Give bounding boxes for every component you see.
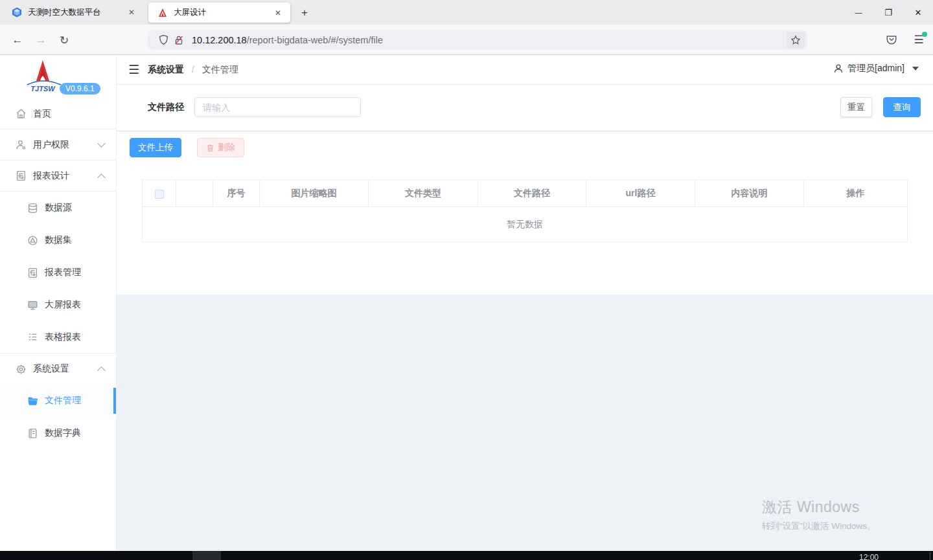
empty-placeholder: 暂无数据	[143, 207, 908, 242]
gear-icon	[16, 364, 27, 375]
chevron-up-icon	[97, 174, 106, 182]
cube-favicon-icon	[12, 7, 22, 17]
user-name: 管理员[admin]	[847, 63, 904, 74]
show-desktop-divider[interactable]	[930, 552, 930, 560]
svg-text:TJTSW: TJTSW	[30, 85, 56, 93]
window-controls: — ❐ ✕	[844, 0, 933, 25]
breadcrumb-file-manage: 文件管理	[202, 64, 238, 74]
back-button[interactable]: ←	[8, 30, 27, 50]
trash-icon	[206, 144, 214, 152]
select-all-checkbox[interactable]	[155, 190, 164, 199]
filter-panel: 文件路径 重置 查询	[117, 85, 933, 131]
app-logo: TJTSW V0.9.6.1	[0, 55, 116, 98]
column-header-operation: 操作	[804, 180, 908, 207]
tracking-shield-icon[interactable]	[156, 32, 171, 48]
select-all-cell	[143, 180, 176, 207]
sidebar-collapse-icon[interactable]: ☰	[128, 63, 139, 76]
insecure-lock-icon[interactable]	[171, 32, 187, 48]
home-icon	[16, 108, 27, 119]
expand-column-header	[176, 180, 213, 207]
column-header-thumbnail: 图片缩略图	[260, 180, 369, 207]
sidebar-item-table-report[interactable]: 表格报表	[0, 321, 116, 353]
delete-button-label: 删除	[218, 142, 235, 153]
forward-button: →	[31, 30, 51, 50]
user-icon	[833, 63, 844, 74]
toolbar-right-icons: ☰	[882, 30, 928, 49]
report-manage-icon	[27, 267, 38, 278]
triangle-favicon-icon	[157, 8, 168, 18]
windows-taskbar[interactable]: 12:00	[0, 551, 933, 560]
app-menu-icon[interactable]: ☰	[910, 30, 928, 49]
file-table: 序号 图片缩略图 文件类型 文件路径 url路径 内容说明 操作 暂无数据	[142, 179, 907, 242]
table-list-icon	[27, 331, 38, 342]
dataset-icon	[27, 235, 38, 246]
database-icon	[27, 203, 38, 214]
tab-screen-design[interactable]: 大屏设计 ✕	[148, 3, 290, 23]
report-design-icon	[16, 170, 27, 181]
user-permission-icon	[16, 139, 27, 150]
sidebar-item-report-design[interactable]: 报表设计	[0, 161, 116, 192]
reload-button[interactable]: ↻	[54, 30, 74, 50]
browser-toolbar: ← → ↻ 10.12.200.18/report-bigdata-web/#/…	[0, 25, 933, 55]
user-menu[interactable]: 管理员[admin]	[833, 63, 919, 74]
chevron-down-icon	[97, 139, 106, 148]
sidebar-item-system-setting[interactable]: 系统设置	[0, 353, 116, 385]
sidebar-item-report-manage[interactable]: 报表管理	[0, 256, 116, 289]
file-path-input[interactable]	[194, 97, 361, 117]
bookmark-star-icon[interactable]	[787, 32, 805, 49]
watermark-subtitle: 转到“设置”以激活 Windows。	[762, 521, 876, 532]
sidebar-item-file-manage[interactable]: 文件管理	[0, 385, 116, 417]
window-minimize-button[interactable]: —	[844, 0, 873, 25]
upload-button[interactable]: 文件上传	[130, 138, 181, 157]
column-header-description: 内容说明	[695, 180, 804, 207]
url-bar[interactable]: 10.12.200.18/report-bigdata-web/#/system…	[148, 30, 807, 50]
taskbar-app-button[interactable]	[192, 551, 221, 560]
logo-icon: TJTSW	[23, 59, 65, 95]
big-screen-icon	[27, 300, 38, 311]
reset-button[interactable]: 重置	[840, 97, 872, 117]
browser-tab-strip: 天测时空大数据平台 ✕ 大屏设计 ✕ + — ❐ ✕	[0, 0, 933, 25]
caret-down-icon	[912, 67, 919, 71]
url-path: /report-bigdata-web/#/system/file	[247, 35, 383, 45]
file-path-label: 文件路径	[148, 102, 184, 113]
tab-title: 天测时空大数据平台	[28, 7, 119, 18]
sidebar-item-data-set[interactable]: 数据集	[0, 224, 116, 256]
window-close-button[interactable]: ✕	[903, 0, 933, 25]
watermark-title: 激活 Windows	[762, 497, 876, 517]
table-header-row: 序号 图片缩略图 文件类型 文件路径 url路径 内容说明 操作	[143, 180, 908, 207]
tab-title: 大屏设计	[174, 7, 265, 18]
new-tab-button[interactable]: +	[297, 5, 312, 21]
column-header-file-path: 文件路径	[478, 180, 586, 207]
screen: 天测时空大数据平台 ✕ 大屏设计 ✕ + — ❐ ✕ ← → ↻	[0, 0, 933, 560]
windows-activation-watermark: 激活 Windows 转到“设置”以激活 Windows。	[762, 497, 876, 532]
version-badge: V0.9.6.1	[60, 83, 100, 95]
chevron-up-icon	[97, 366, 106, 375]
main-content: ☰ 系统设置 / 文件管理 管理员[admin] 文件路径 重置 查询 文件上传	[117, 55, 933, 551]
folder-icon	[27, 396, 38, 407]
tab-close-icon[interactable]: ✕	[124, 5, 139, 19]
delete-button: 删除	[197, 138, 244, 157]
empty-row: 暂无数据	[143, 207, 908, 242]
search-button[interactable]: 查询	[883, 97, 921, 117]
sidebar-item-screen-report[interactable]: 大屏报表	[0, 289, 116, 321]
update-dot-badge	[922, 32, 927, 37]
breadcrumb-system-setting[interactable]: 系统设置	[148, 64, 184, 74]
dictionary-icon	[27, 428, 38, 439]
active-indicator-bar	[113, 388, 116, 414]
breadcrumb: 系统设置 / 文件管理	[148, 64, 238, 76]
taskbar-clock: 12:00	[859, 553, 879, 560]
sidebar-item-user-permission[interactable]: 用户权限	[0, 129, 116, 161]
page-header: ☰ 系统设置 / 文件管理 管理员[admin]	[117, 55, 933, 85]
pocket-icon[interactable]	[882, 30, 901, 49]
window-restore-button[interactable]: ❐	[873, 0, 903, 25]
sidebar-item-data-dict[interactable]: 数据字典	[0, 417, 116, 449]
column-header-index: 序号	[213, 180, 260, 207]
sidebar-item-home[interactable]: 首页	[0, 98, 116, 129]
tab-close-icon[interactable]: ✕	[271, 6, 285, 20]
url-host: 10.12.200.18	[192, 35, 247, 45]
column-header-url-path: url路径	[586, 180, 695, 207]
tab-platform[interactable]: 天测时空大数据平台 ✕	[0, 0, 144, 25]
sidebar-item-data-source[interactable]: 数据源	[0, 192, 116, 224]
column-header-file-type: 文件类型	[369, 180, 478, 207]
url-text: 10.12.200.18/report-bigdata-web/#/system…	[192, 35, 787, 45]
